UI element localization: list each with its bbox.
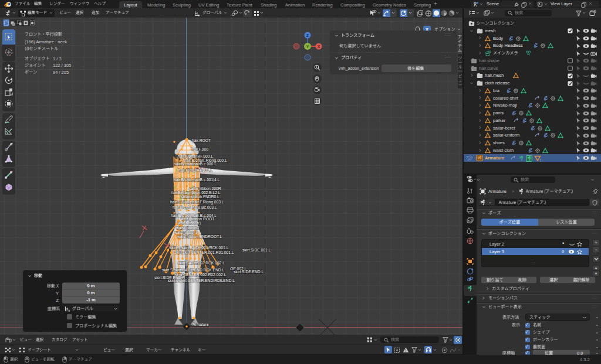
svg-text:Y: Y [306,45,309,49]
svg-text:waist-ribbon.ROOT: waist-ribbon.ROOT [180,217,214,221]
svg-text:waist-ribbon1: waist-ribbon1 [177,221,201,225]
svg-text:waist-ribbon.ENDROOT.L: waist-ribbon.ENDROOT.L [177,234,222,239]
svg-text:skirt.S.skirt.BACK.END.RCK.END: skirt.S.skirt.BACK.END.RCK.END.L [162,268,225,272]
svg-text:skirt.skirt.CENTER.001.R01.001: skirt.skirt.CENTER.001.R01.001.L [174,250,234,254]
svg-text:skirt.s.skirt.GENTER.ENDIRDILE: skirt.s.skirt.GENTER.ENDIRDILEND.L [168,278,235,283]
svg-text:Z: Z [306,33,309,38]
svg-text:X: X [318,45,320,49]
svg-text:hair.Bfchb.,hairB.c.001|4.L: hair.Bfchb.,hairB.c.001|4.L [174,178,220,182]
svg-text:hair.ROOT: hair.ROOT [192,138,211,142]
svg-text:waist-ribbon3: waist-ribbon3 [174,230,198,234]
svg-text:skirt.SIDE.001.L: skirt.SIDE.001.L [242,248,271,252]
svg-text:waist-ribbon2: waist-ribbon2 [175,226,200,230]
svg-text:skirt.S.skirt.BACK.001/RCK.001: skirt.S.skirt.BACK.001/RCK.001.L [170,246,229,250]
svg-text:hair.F.000: hair.F.000 [191,147,208,151]
svg-text:Armature: Armature [193,322,209,326]
svg-text:hair.F|0hJ/RF.001.L: hair.F|0hJ/RF.001.L [178,168,212,173]
svg-text:hair.S.Tlong.hair.F.Rlong.003.: hair.S.Tlong.hair.F.Rlong.003.L [170,200,224,205]
svg-text:skirt.SIDE.END.L: skirt.SIDE.END.L [234,270,264,274]
svg-text:hairBellarv.ibbon.002.B.L2.L: hairBellarv.ibbon.002.B.L2.L [171,190,221,195]
svg-text:sailar.ribbob.FNDR0.L: sailar.ribbob.FNDR0.L [181,195,220,199]
svg-text:hair.B.c.,haha.B.Bc.003.L: hair.B.c.,haha.B.Bc.003.L [173,205,217,209]
svg-text:skirt.BACK.002.RCK.002.L: skirt.BACK.002.RCK.002.L [178,261,225,265]
svg-text:sailar-ribbon.000R: sailar-ribbon.000R [189,186,221,190]
svg-text:7: 7 [540,158,541,162]
svg-text:hair.B.chanhairB.c.000.L: hair.B.chanhairB.c.000.L [174,162,217,166]
